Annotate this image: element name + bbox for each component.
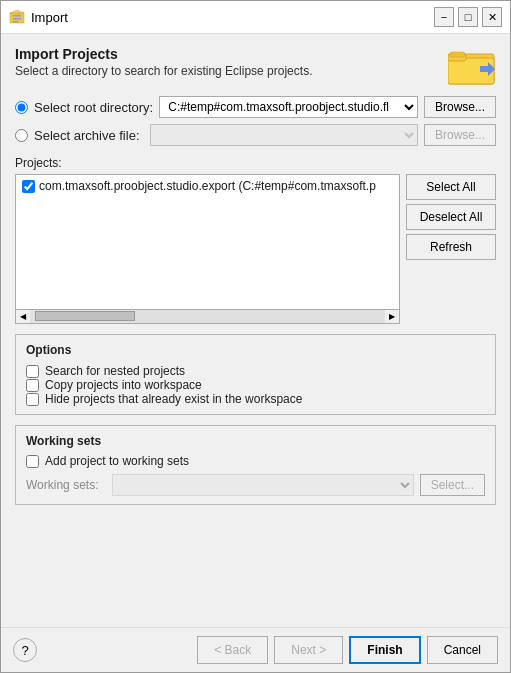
svg-rect-3 (13, 18, 21, 20)
bottom-left: ? (13, 638, 37, 662)
option-row: Copy projects into workspace (26, 378, 485, 392)
options-section: Options Search for nested projectsCopy p… (15, 334, 496, 415)
next-button[interactable]: Next > (274, 636, 343, 664)
close-button[interactable]: ✕ (482, 7, 502, 27)
svg-rect-4 (13, 21, 18, 23)
projects-list[interactable]: com.tmaxsoft.proobject.studio.export (C:… (15, 174, 400, 310)
projects-buttons: Select All Deselect All Refresh (406, 174, 496, 324)
projects-area: com.tmaxsoft.proobject.studio.export (C:… (15, 174, 496, 324)
archive-file-radio[interactable] (15, 129, 28, 142)
title-bar: Import − □ ✕ (1, 1, 510, 34)
option-label[interactable]: Copy projects into workspace (45, 378, 202, 392)
horizontal-scrollbar[interactable]: ◀ ▶ (15, 310, 400, 324)
scroll-right-arrow[interactable]: ▶ (385, 310, 399, 324)
scroll-track (30, 310, 385, 323)
add-to-working-sets-label[interactable]: Add project to working sets (45, 454, 189, 468)
root-directory-label[interactable]: Select root directory: (34, 100, 153, 115)
working-sets-dropdown[interactable] (112, 474, 414, 496)
title-bar-controls: − □ ✕ (434, 7, 502, 27)
root-directory-dropdown[interactable]: C:#temp#com.tmaxsoft.proobject.studio.fl (159, 96, 418, 118)
page-title: Import Projects (15, 46, 312, 62)
directory-section: Select root directory: C:#temp#com.tmaxs… (15, 96, 496, 146)
maximize-button[interactable]: □ (458, 7, 478, 27)
folder-icon (448, 46, 496, 86)
page-header-text: Import Projects Select a directory to se… (15, 46, 312, 78)
options-title: Options (26, 343, 485, 357)
option-label[interactable]: Search for nested projects (45, 364, 185, 378)
title-bar-left: Import (9, 9, 68, 25)
option-checkbox[interactable] (26, 379, 39, 392)
archive-file-row: Select archive file: Browse... (15, 124, 496, 146)
import-dialog: Import − □ ✕ Import Projects Select a di… (0, 0, 511, 673)
project-name: com.tmaxsoft.proobject.studio.export (C:… (39, 179, 376, 193)
dialog-content: Import Projects Select a directory to se… (1, 34, 510, 627)
svg-marker-1 (10, 10, 24, 13)
cancel-button[interactable]: Cancel (427, 636, 498, 664)
deselect-all-button[interactable]: Deselect All (406, 204, 496, 230)
page-subtitle: Select a directory to search for existin… (15, 64, 312, 78)
option-row: Hide projects that already exist in the … (26, 392, 485, 406)
projects-section: Projects: com.tmaxsoft.proobject.studio.… (15, 156, 496, 324)
scroll-left-arrow[interactable]: ◀ (16, 310, 30, 324)
projects-label: Projects: (15, 156, 496, 170)
projects-list-container: com.tmaxsoft.proobject.studio.export (C:… (15, 174, 400, 324)
add-to-working-sets-row: Add project to working sets (26, 454, 485, 468)
bottom-bar: ? < Back Next > Finish Cancel (1, 627, 510, 672)
window-title: Import (31, 10, 68, 25)
window-icon (9, 9, 25, 25)
working-sets-select-button[interactable]: Select... (420, 474, 485, 496)
options-list: Search for nested projectsCopy projects … (26, 364, 485, 406)
help-button[interactable]: ? (13, 638, 37, 662)
root-browse-button[interactable]: Browse... (424, 96, 496, 118)
archive-browse-button[interactable]: Browse... (424, 124, 496, 146)
option-row: Search for nested projects (26, 364, 485, 378)
archive-file-label[interactable]: Select archive file: (34, 128, 144, 143)
archive-file-dropdown[interactable] (150, 124, 418, 146)
option-checkbox[interactable] (26, 365, 39, 378)
bottom-right: < Back Next > Finish Cancel (197, 636, 498, 664)
working-sets-title: Working sets (26, 434, 485, 448)
refresh-button[interactable]: Refresh (406, 234, 496, 260)
working-sets-section: Working sets Add project to working sets… (15, 425, 496, 505)
add-to-working-sets-checkbox[interactable] (26, 455, 39, 468)
scroll-thumb (35, 311, 135, 321)
project-item[interactable]: com.tmaxsoft.proobject.studio.export (C:… (18, 177, 397, 195)
option-checkbox[interactable] (26, 393, 39, 406)
finish-button[interactable]: Finish (349, 636, 420, 664)
project-checkbox[interactable] (22, 180, 35, 193)
svg-rect-2 (13, 15, 21, 17)
page-header: Import Projects Select a directory to se… (15, 46, 496, 86)
working-sets-label: Working sets: (26, 478, 106, 492)
option-label[interactable]: Hide projects that already exist in the … (45, 392, 302, 406)
back-button[interactable]: < Back (197, 636, 268, 664)
working-sets-row: Working sets: Select... (26, 474, 485, 496)
select-all-button[interactable]: Select All (406, 174, 496, 200)
minimize-button[interactable]: − (434, 7, 454, 27)
root-directory-radio[interactable] (15, 101, 28, 114)
root-directory-row: Select root directory: C:#temp#com.tmaxs… (15, 96, 496, 118)
svg-rect-8 (450, 52, 465, 57)
